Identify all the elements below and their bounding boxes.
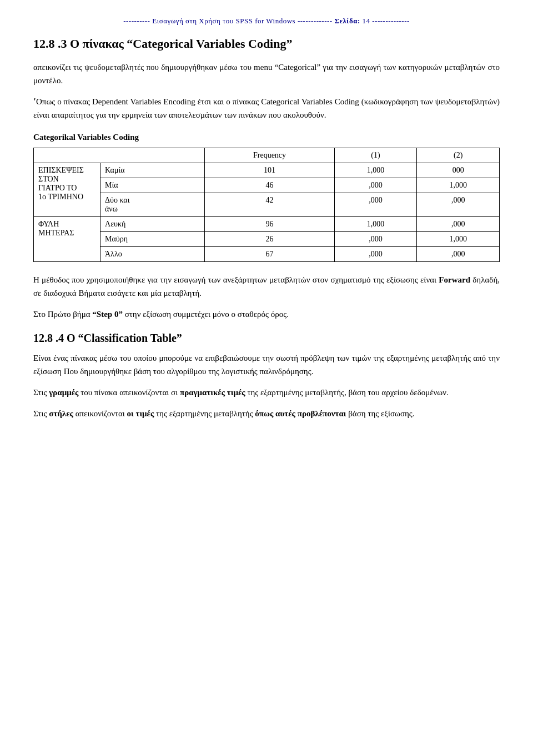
c1-kamia: 1,000 xyxy=(334,163,417,178)
section-12-8-3-title: 12.8 .3 Ο πίνακας “Categorical Variables… xyxy=(33,36,500,53)
col-header-1: (1) xyxy=(334,148,417,163)
para3-forward: Η μέθοδος που χρησιμοποιήθηκε για την ει… xyxy=(33,273,500,300)
section-12-8-4-title: 12.8 .4 Ο “Classification Table” xyxy=(33,332,500,345)
sub-label-dyo: Δύο καιάνω xyxy=(100,193,205,216)
header-page-num: 14 xyxy=(362,17,370,25)
c2-allo: ,000 xyxy=(417,246,500,261)
c2-lefki: ,000 xyxy=(417,216,500,231)
page-header: ---------- Εισαγωγή στη Χρήση του SPSS f… xyxy=(33,17,500,26)
freq-mavri: 26 xyxy=(205,231,334,246)
c1-mavri: ,000 xyxy=(334,231,417,246)
categorical-variables-coding-table: Frequency (1) (2) ΕΠΙΣΚΕΨΕΙΣΣΤΟΝΓΙΑΤΡΟ Τ… xyxy=(33,148,500,262)
freq-allo: 67 xyxy=(205,246,334,261)
c1-allo: ,000 xyxy=(334,246,417,261)
section-12-8-4-para1: Είναι ένας πίνακας μέσω του οποίου μπορο… xyxy=(33,351,500,378)
freq-lefki: 96 xyxy=(205,216,334,231)
c2-mavri: 1,000 xyxy=(417,231,500,246)
empty-header-col1 xyxy=(34,148,205,163)
table-title: Categorikal Variables Coding xyxy=(33,133,500,142)
col-header-2: (2) xyxy=(417,148,500,163)
table-row: Μαύρη 26 ,000 1,000 xyxy=(34,231,500,246)
row-label-fyli: ΦΥΛΗΜΗΤΕΡΑΣ xyxy=(34,216,100,261)
para4-step0: Στο Πρώτο βήμα “Step 0” στην εξίσωση συμ… xyxy=(33,308,500,321)
header-page-label: Σελίδα: xyxy=(334,17,360,25)
table-row: ΕΠΙΣΚΕΨΕΙΣΣΤΟΝΓΙΑΤΡΟ ΤΟ1ο ΤΡΙΜΗΝΟ Καμία … xyxy=(34,163,500,178)
c1-lefki: 1,000 xyxy=(334,216,417,231)
header-text: Εισαγωγή στη Χρήση του SPSS for Windows xyxy=(152,17,295,25)
section-12-8-3-para1: απεικονίζει τις ψευδομεταβλητές που δημι… xyxy=(33,61,500,87)
freq-mia: 46 xyxy=(205,178,334,193)
header-left-dashes: ---------- xyxy=(123,17,150,25)
c2-kamia: 000 xyxy=(417,163,500,178)
sub-label-lefki: Λευκή xyxy=(100,216,205,231)
c1-dyo: ,000 xyxy=(334,193,417,216)
sub-label-allo: Άλλο xyxy=(100,246,205,261)
freq-kamia: 101 xyxy=(205,163,334,178)
table-row: Μία 46 ,000 1,000 xyxy=(34,178,500,193)
header-right-dashes: -------------- xyxy=(372,17,410,25)
table-row: Δύο καιάνω 42 ,000 ,000 xyxy=(34,193,500,216)
c2-dyo: ,000 xyxy=(417,193,500,216)
freq-dyo: 42 xyxy=(205,193,334,216)
col-header-frequency: Frequency xyxy=(205,148,334,163)
c1-mia: ,000 xyxy=(334,178,417,193)
sub-label-mia: Μία xyxy=(100,178,205,193)
table-row: Άλλο 67 ,000 ,000 xyxy=(34,246,500,261)
table-row: ΦΥΛΗΜΗΤΕΡΑΣ Λευκή 96 1,000 ,000 xyxy=(34,216,500,231)
header-middle-dashes: ------------- xyxy=(298,17,333,25)
row-label-episkepseis: ΕΠΙΣΚΕΨΕΙΣΣΤΟΝΓΙΑΤΡΟ ΤΟ1ο ΤΡΙΜΗΝΟ xyxy=(34,163,100,216)
section-12-8-4-para3: Στις στήλες απεικονίζονται οι τιμές της … xyxy=(33,407,500,420)
section-12-8-4-para2: Στις γραμμές του πίνακα απεικονίζονται σ… xyxy=(33,386,500,399)
section-12-8-3-para2: ʼΟπως ο πίνακας Dependent Variables Enco… xyxy=(33,95,500,122)
sub-label-mavri: Μαύρη xyxy=(100,231,205,246)
table-header-row: Frequency (1) (2) xyxy=(34,148,500,163)
c2-mia: 1,000 xyxy=(417,178,500,193)
sub-label-kamia: Καμία xyxy=(100,163,205,178)
